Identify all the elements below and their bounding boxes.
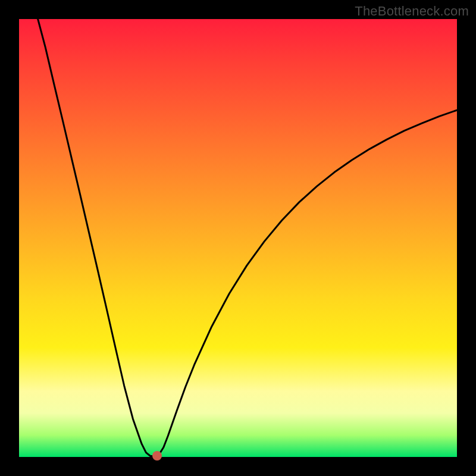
- plot-area: [19, 19, 457, 457]
- bottleneck-curve: [19, 19, 457, 457]
- optimal-point-marker: [152, 451, 162, 461]
- attribution-label: TheBottleneck.com: [355, 4, 469, 19]
- chart-frame: TheBottleneck.com: [0, 0, 476, 476]
